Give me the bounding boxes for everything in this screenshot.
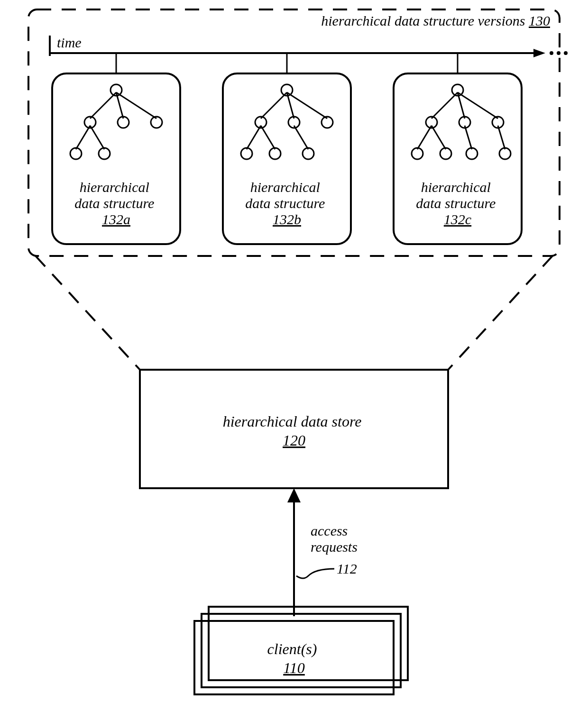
svg-line-41 — [432, 126, 446, 149]
svg-point-5 — [557, 51, 560, 55]
data-store-box: hierarchical data store 120 — [140, 370, 448, 488]
structure-132c: hierarchical data structure 132c — [394, 73, 522, 244]
structure-132a: hierarchical data structure 132a — [52, 73, 180, 244]
struct-b-label: hierarchical data structure 132b — [245, 179, 329, 227]
svg-point-6 — [564, 51, 568, 55]
versions-ref: 130 — [529, 13, 550, 28]
svg-point-50 — [466, 148, 478, 159]
svg-point-49 — [440, 148, 451, 159]
struct-a-ref: 132a — [102, 211, 130, 227]
svg-point-4 — [550, 51, 553, 55]
diagram-figure: .stk { stroke:#000; stroke-width:4; fill… — [0, 0, 588, 720]
svg-line-11 — [90, 92, 116, 118]
svg-line-15 — [90, 126, 104, 149]
svg-line-27 — [261, 126, 275, 149]
svg-rect-58 — [194, 621, 394, 694]
svg-line-14 — [76, 126, 90, 149]
svg-marker-55 — [287, 488, 301, 502]
fanline-right — [448, 256, 552, 370]
svg-text:client(s)
      110: client(s) 110 — [267, 640, 321, 676]
svg-line-43 — [498, 126, 505, 149]
svg-point-51 — [499, 148, 511, 159]
svg-line-42 — [465, 126, 472, 149]
access-label: access requests — [311, 523, 358, 555]
svg-point-35 — [303, 148, 314, 159]
versions-title: hierarchical data structure versions 130 — [321, 13, 550, 28]
clients-label: client(s) — [267, 640, 317, 657]
clients-ref: 110 — [283, 659, 305, 676]
versions-title-text: hierarchical data structure versions — [321, 13, 525, 28]
svg-point-33 — [241, 148, 252, 159]
svg-line-26 — [247, 126, 261, 149]
svg-line-23 — [261, 92, 287, 118]
svg-text:hierarchical data store
      : hierarchical data store 120 — [223, 413, 366, 449]
svg-line-37 — [432, 92, 458, 118]
struct-c-ref: 132c — [444, 211, 471, 227]
svg-line-40 — [417, 126, 432, 149]
struct-c-label: hierarchical data structure 132c — [416, 179, 499, 227]
svg-marker-2 — [533, 49, 545, 57]
store-ref: 120 — [283, 432, 305, 449]
svg-point-34 — [269, 148, 281, 159]
svg-point-21 — [99, 148, 110, 159]
struct-a-label: hierarchical data structure 132a — [74, 179, 158, 227]
access-ref: 112 — [337, 561, 357, 576]
access-arrow: access requests 112 — [287, 488, 358, 616]
time-label: time — [57, 35, 82, 50]
store-label: hierarchical data store — [223, 413, 362, 430]
svg-point-48 — [412, 148, 423, 159]
structure-132b: hierarchical data structure 132b — [223, 73, 351, 244]
svg-point-20 — [70, 148, 82, 159]
svg-line-28 — [294, 126, 308, 149]
fanline-left — [36, 256, 140, 370]
struct-b-ref: 132b — [273, 211, 301, 227]
clients-box: client(s) 110 — [194, 607, 408, 694]
versions-box: hierarchical data structure versions 130… — [28, 9, 568, 256]
